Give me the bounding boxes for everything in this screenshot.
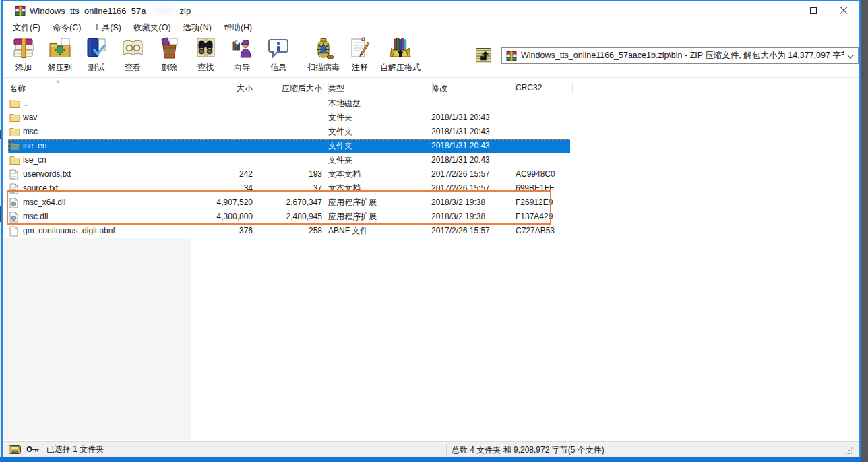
folder-icon <box>9 127 20 138</box>
toolbar-button-label: 解压到 <box>48 62 72 74</box>
toolbar-button-extract-to[interactable]: 解压到 <box>42 37 78 75</box>
resize-grip[interactable] <box>845 446 853 455</box>
menu-item-options[interactable]: 选项(N) <box>177 21 218 35</box>
list-row-msc.dll[interactable]: msc.dll 4,300,800 2,480,945 应用程序扩展 2018/… <box>0 210 859 224</box>
view-icon <box>121 37 144 60</box>
toolbar-button-find[interactable]: 查找 <box>187 37 224 75</box>
list-row-userwords.txt[interactable]: userwords.txt 242 193 文本文档 2017/2/26 15:… <box>0 167 859 181</box>
column-divider[interactable] <box>195 82 195 94</box>
column-divider[interactable] <box>432 82 433 94</box>
menu-item-commands[interactable]: 命令(C) <box>46 21 87 35</box>
column-header-name[interactable]: 名称 <box>9 83 26 94</box>
toolbar-button-label: 测试 <box>88 62 104 74</box>
list-row-..[interactable]: .. 本地磁盘 <box>0 96 859 111</box>
folder-icon <box>9 113 20 123</box>
toolbar-button-view[interactable]: 查看 <box>115 37 151 75</box>
window-title: Windows_tts_online1166_57azip <box>30 5 191 17</box>
toolbar-button-delete[interactable]: 删除 <box>151 37 187 75</box>
cell-size: 242 <box>192 167 253 181</box>
menu-item-file[interactable]: 文件(F) <box>7 21 46 35</box>
column-divider[interactable] <box>259 82 259 94</box>
cell-modified: 2017/2/26 15:57 <box>431 224 514 238</box>
list-row-wav[interactable]: wav 文件夹 2018/1/31 20:43 <box>0 111 859 125</box>
address-combobox[interactable]: Windows_tts_online1166_57aace1b.zip\bin … <box>501 47 859 64</box>
menu-bar: 文件(F) 命令(C) 工具(S) 收藏夹(O) 选项(N) 帮助(H) <box>3 20 859 35</box>
winrar-window: Windows_tts_online1166_57azip 文件(F) 命令(C… <box>0 0 868 462</box>
status-bar: 已选择 1 文件夹 总数 4 文件夹 和 9,208,972 字节(5 个文件) <box>3 441 859 457</box>
cell-type: 文本文档 <box>328 181 429 196</box>
list-row-gm_continuous_digit.abnf[interactable]: gm_continuous_digit.abnf 376 258 ABNF 文件… <box>0 224 859 238</box>
column-divider[interactable] <box>572 82 573 94</box>
toolbar-button-test[interactable]: 测试 <box>78 37 115 75</box>
cell-crc32: F137A429 <box>516 210 569 224</box>
toolbar-button-label: 添加 <box>16 62 32 74</box>
virus-scan-icon <box>312 37 335 60</box>
maximize-button[interactable] <box>798 1 828 20</box>
text-file-icon <box>9 183 20 194</box>
cell-name: ise_cn <box>23 153 189 167</box>
column-header-crc32[interactable]: CRC32 <box>516 83 542 92</box>
cell-type: 应用程序扩展 <box>328 196 429 210</box>
minimize-button[interactable] <box>768 1 798 20</box>
cell-modified: 2018/1/31 20:43 <box>431 111 514 125</box>
cell-crc32: 699BE1FF <box>516 181 569 196</box>
column-header-row: ∨ 名称 大小 压缩后大小 类型 修改 CRC32 <box>3 80 859 96</box>
toolbar-button-wizard[interactable]: 向导 <box>224 37 260 75</box>
dll-file-icon <box>9 212 20 223</box>
toolbar-button-virus-scan[interactable]: 扫描病毒 <box>305 37 342 75</box>
cell-size: 376 <box>192 224 253 238</box>
toolbar-button-info[interactable]: 信息 <box>260 37 297 75</box>
add-archive-icon <box>12 37 35 60</box>
column-header-size[interactable]: 大小 <box>192 83 253 94</box>
cell-modified: 2017/2/26 15:57 <box>431 167 514 181</box>
menu-item-favorites[interactable]: 收藏夹(O) <box>127 21 177 35</box>
cell-type: 文件夹 <box>328 125 429 139</box>
toolbar-button-sfx[interactable]: 自解压格式 <box>378 37 423 75</box>
statusbar-divider <box>446 444 447 455</box>
list-row-source.txt[interactable]: source.txt 34 37 文本文档 2017/2/26 15:57 69… <box>0 181 859 196</box>
folder-icon <box>9 155 20 166</box>
list-row-msc_x64.dll[interactable]: msc_x64.dll 4,907,520 2,670,347 应用程序扩展 2… <box>0 196 859 210</box>
list-row-msc[interactable]: msc 文件夹 2018/1/31 20:43 <box>0 125 859 139</box>
column-header-type[interactable]: 类型 <box>328 83 344 94</box>
cell-type: 本地磁盘 <box>328 96 429 111</box>
text-file-icon <box>9 169 20 180</box>
up-one-level-button[interactable] <box>476 48 491 63</box>
background-text-fragment <box>0 130 1 139</box>
selection-status-text: 已选择 1 文件夹 <box>46 444 104 455</box>
column-divider[interactable] <box>515 82 516 94</box>
cell-name: source.txt <box>23 181 189 196</box>
toolbar-button-label: 扫描病毒 <box>307 62 340 74</box>
wizard-icon <box>230 37 253 60</box>
toolbar-button-comment[interactable]: 注释 <box>342 37 378 75</box>
chevron-down-icon[interactable] <box>847 51 854 61</box>
file-list: .. 本地磁盘 wav 文件夹 2018/1/31 20:43 msc 文件夹 … <box>0 96 859 238</box>
cell-modified: 2018/3/2 19:38 <box>431 210 514 224</box>
cell-name: msc_x64.dll <box>23 196 189 210</box>
cell-packed-size: 2,670,347 <box>257 196 322 210</box>
cell-name: gm_continuous_digit.abnf <box>23 224 189 238</box>
cell-modified: 2018/1/31 20:43 <box>431 125 514 139</box>
toolbar-button-add-archive[interactable]: 添加 <box>5 37 42 75</box>
find-icon <box>194 37 217 60</box>
cell-name: ise_en <box>23 139 189 153</box>
cell-modified: 2018/1/31 20:43 <box>431 153 514 167</box>
close-button[interactable] <box>828 1 859 20</box>
menu-item-tools[interactable]: 工具(S) <box>87 21 127 35</box>
column-header-modified[interactable]: 修改 <box>431 83 447 94</box>
sort-indicator-icon: ∨ <box>56 78 61 84</box>
cell-packed-size: 193 <box>257 167 322 181</box>
column-header-packed[interactable]: 压缩后大小 <box>257 83 322 94</box>
title-bar[interactable]: Windows_tts_online1166_57azip <box>3 1 859 20</box>
toolbar-button-label: 向导 <box>234 62 250 74</box>
menu-item-help[interactable]: 帮助(H) <box>218 21 258 35</box>
column-divider[interactable] <box>328 82 329 94</box>
cell-name: msc.dll <box>23 210 189 224</box>
window-border-left <box>1 0 3 457</box>
cell-packed-size: 2,480,945 <box>257 210 322 224</box>
test-icon <box>85 37 108 60</box>
toolbar-button-label: 删除 <box>161 62 177 74</box>
list-row-ise_cn[interactable]: ise_cn 文件夹 2018/1/31 20:43 <box>0 153 859 167</box>
list-row-ise_en[interactable]: ise_en 文件夹 2018/1/31 20:43 <box>0 139 859 153</box>
archive-path-text: Windows_tts_online1166_57aace1b.zip\bin … <box>521 50 844 61</box>
